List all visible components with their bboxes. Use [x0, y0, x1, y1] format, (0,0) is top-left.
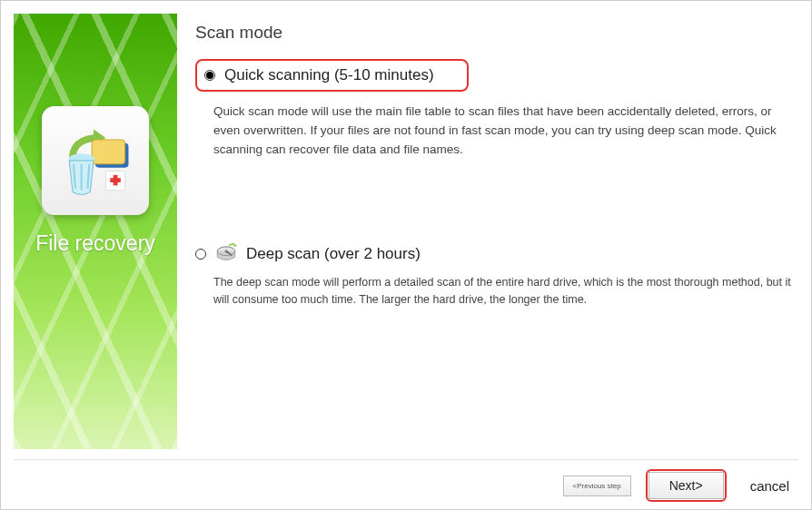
svg-rect-2 [92, 140, 124, 164]
sidebar-panel: File recovery [14, 14, 177, 449]
option-deep-scan[interactable]: Deep scan (over 2 hours) The deep scan m… [195, 241, 798, 309]
footer-bar: <Previous step Next> cancel [14, 459, 798, 502]
option-quick-scan[interactable]: Quick scanning (5-10 minutes) Quick scan… [195, 59, 798, 160]
main-content: Scan mode Quick scanning (5-10 minutes) … [195, 14, 798, 459]
svg-rect-6 [114, 175, 118, 186]
quick-scan-head[interactable]: Quick scanning (5-10 minutes) [195, 59, 469, 92]
quick-scan-label: Quick scanning (5-10 minutes) [224, 66, 434, 84]
previous-step-button[interactable]: <Previous step [563, 476, 631, 496]
hdd-icon [213, 241, 239, 267]
deep-scan-label: Deep scan (over 2 hours) [246, 245, 421, 263]
deep-scan-head[interactable]: Deep scan (over 2 hours) [195, 241, 798, 267]
sidebar-title: File recovery [35, 231, 155, 256]
next-button[interactable]: Next> [649, 472, 724, 499]
page-title: Scan mode [195, 23, 798, 43]
quick-scan-desc: Quick scan mode will use the main file t… [213, 103, 786, 160]
next-highlight: Next> [646, 469, 727, 502]
recycle-bin-icon [52, 117, 139, 204]
app-icon [42, 106, 149, 215]
deep-scan-desc: The deep scan mode will perform a detail… [213, 274, 795, 309]
radio-quick[interactable] [204, 70, 215, 81]
radio-deep[interactable] [195, 249, 206, 260]
cancel-button[interactable]: cancel [741, 473, 798, 499]
